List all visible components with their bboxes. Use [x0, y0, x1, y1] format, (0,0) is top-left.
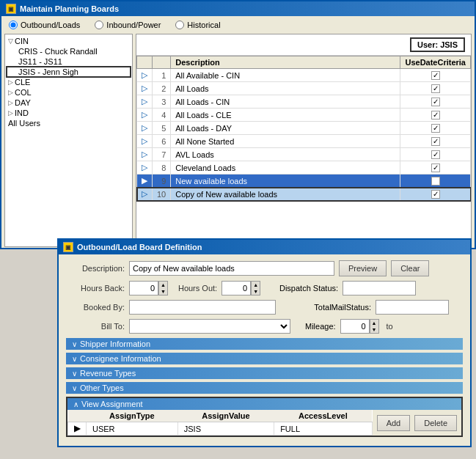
hours-row: Hours Back: ▲ ▼ Hours Out: ▲ ▼ Dispatch … [66, 281, 463, 295]
table-row[interactable]: ▷1All Available - CIN✓ [137, 69, 471, 82]
assignment-table: AssignType AssignValue AccessLevel ▶ USE… [67, 410, 373, 436]
preview-button[interactable]: Preview [339, 260, 387, 276]
row-number: 4 [153, 109, 171, 122]
tree-item-label: DAY [15, 98, 31, 107]
mileage-label: Mileage: [305, 322, 336, 331]
hours-out-label: Hours Out: [178, 284, 217, 293]
row-checkbox[interactable]: ✓ [400, 188, 471, 201]
tree-item-ind[interactable]: ▷ IND [7, 108, 131, 118]
table-row[interactable]: ▷5All Loads - DAY✓ [137, 122, 471, 135]
row-checkbox[interactable]: ✓ [400, 148, 471, 161]
row-checkbox[interactable]: ✓ [400, 175, 471, 188]
table-row[interactable]: ▷10Copy of New available loads✓ [137, 188, 471, 201]
hours-back-spinner[interactable]: ▲ ▼ [129, 281, 168, 295]
row-expand: ▷ [137, 148, 153, 161]
shipper-section[interactable]: ∨ Shipper Information [66, 338, 463, 350]
radio-outbound-input[interactable] [9, 21, 18, 29]
radio-historical-label: Historical [187, 21, 220, 29]
tree-item-col[interactable]: ▷ COL [7, 87, 131, 98]
description-label: Description: [66, 264, 125, 273]
add-button[interactable]: Add [377, 415, 411, 431]
row-checkbox[interactable]: ✓ [400, 109, 471, 122]
table-row[interactable]: ▷2All Loads✓ [137, 82, 471, 95]
row-description: AVL Loads [171, 148, 400, 161]
row-checkbox[interactable]: ✓ [400, 161, 471, 175]
hours-out-spinner[interactable]: ▲ ▼ [221, 281, 260, 295]
user-badge: User: JSIS [410, 37, 465, 52]
row-description: All Loads [171, 82, 400, 95]
hours-out-spin-buttons[interactable]: ▲ ▼ [251, 281, 260, 295]
mileage-spin-buttons[interactable]: ▲ ▼ [370, 319, 379, 334]
assignment-header-label: View Assignment [81, 400, 143, 408]
tree-item-js11[interactable]: JS11 - JS11 [7, 56, 131, 67]
row-checkbox[interactable]: ✓ [400, 135, 471, 148]
mileage-down[interactable]: ▼ [370, 326, 378, 333]
tree-item-cris[interactable]: CRIS - Chuck Randall [7, 46, 131, 56]
mileage-input[interactable] [340, 319, 370, 334]
booked-by-input[interactable] [129, 300, 276, 315]
radio-inbound-input[interactable] [95, 21, 103, 29]
col-description-header: Description [171, 56, 400, 69]
row-expand: ▷ [137, 161, 153, 175]
row-checkbox[interactable]: ✓ [400, 95, 471, 109]
hours-back-input[interactable] [129, 281, 158, 295]
bill-to-row: Bill To: Mileage: ▲ ▼ to [66, 319, 463, 334]
mileage-up[interactable]: ▲ [370, 320, 378, 326]
hours-back-down[interactable]: ▼ [159, 288, 167, 295]
table-row[interactable]: ▷7AVL Loads✓ [137, 148, 471, 161]
row-number: 9 [153, 175, 171, 188]
table-row[interactable]: ▷6All None Started✓ [137, 135, 471, 148]
tree-panel[interactable]: ▽ CIN CRIS - Chuck Randall JS11 - JS11 J… [4, 34, 133, 247]
consignee-section[interactable]: ∨ Consignee Information [66, 353, 463, 364]
row-description: All Available - CIN [171, 69, 400, 82]
tree-item-cle[interactable]: ▷ CLE [7, 77, 131, 87]
assignment-table-wrapper: AssignType AssignValue AccessLevel ▶ USE… [67, 410, 461, 436]
hours-back-up[interactable]: ▲ [159, 282, 167, 288]
col-assigntype: AssignType [87, 410, 178, 422]
assignment-expand-icon: ∧ [73, 400, 78, 408]
tree-item-label: All Users [8, 119, 40, 128]
mileage-to-label: to [387, 322, 393, 331]
dispatch-status-input[interactable] [343, 281, 416, 295]
hours-out-up[interactable]: ▲ [252, 282, 260, 288]
revenue-section[interactable]: ∨ Revenue Types [66, 367, 463, 379]
revenue-collapse-icon: ∨ [72, 370, 77, 378]
hours-back-spin-buttons[interactable]: ▲ ▼ [158, 281, 168, 295]
total-mail-input[interactable] [376, 300, 449, 315]
tree-item-allusers[interactable]: All Users [7, 118, 131, 128]
radio-historical[interactable]: Historical [175, 21, 220, 29]
row-checkbox[interactable]: ✓ [400, 122, 471, 135]
tree-item-cin[interactable]: ▽ CIN [7, 36, 131, 46]
assignment-row[interactable]: ▶ USER JSIS FULL [68, 422, 373, 436]
row-expand: ▷ [137, 135, 153, 148]
row-checkbox[interactable]: ✓ [400, 69, 471, 82]
tree-item-day[interactable]: ▷ DAY [7, 98, 131, 108]
radio-outbound[interactable]: Outbound/Loads [9, 21, 80, 29]
hours-out-input[interactable] [221, 281, 251, 295]
other-section[interactable]: ∨ Other Types [66, 382, 463, 394]
bill-to-select[interactable] [129, 319, 290, 334]
booked-by-row: Booked By: TotalMailStatus: [66, 300, 463, 315]
row-number: 2 [153, 82, 171, 95]
table-row[interactable]: ▷4All Loads - CLE✓ [137, 109, 471, 122]
description-input[interactable] [129, 261, 334, 276]
radio-historical-input[interactable] [175, 21, 184, 29]
table-row[interactable]: ▶9New available loads✓ [137, 175, 471, 188]
revenue-section-label: Revenue Types [80, 369, 136, 378]
radio-inbound[interactable]: Inbound/Power [95, 21, 161, 29]
col-assignvalue: AssignValue [177, 410, 274, 422]
delete-button[interactable]: Delete [414, 415, 457, 431]
row-checkbox[interactable]: ✓ [400, 82, 471, 95]
assign-type-cell: USER [87, 422, 178, 436]
hours-out-down[interactable]: ▼ [252, 288, 260, 295]
tree-item-jsis[interactable]: JSIS - Jenn Sigh [7, 67, 131, 77]
table-row[interactable]: ▷8Cleveland Loads✓ [137, 161, 471, 175]
row-description: All None Started [171, 135, 400, 148]
row-number: 8 [153, 161, 171, 175]
clear-button[interactable]: Clear [391, 260, 429, 276]
col-expand-header [137, 56, 153, 69]
mileage-spinner[interactable]: ▲ ▼ [340, 319, 379, 334]
assignment-header[interactable]: ∧ View Assignment [67, 398, 461, 410]
table-row[interactable]: ▷3All Loads - CIN✓ [137, 95, 471, 109]
description-row: Description: Preview Clear [66, 260, 463, 276]
